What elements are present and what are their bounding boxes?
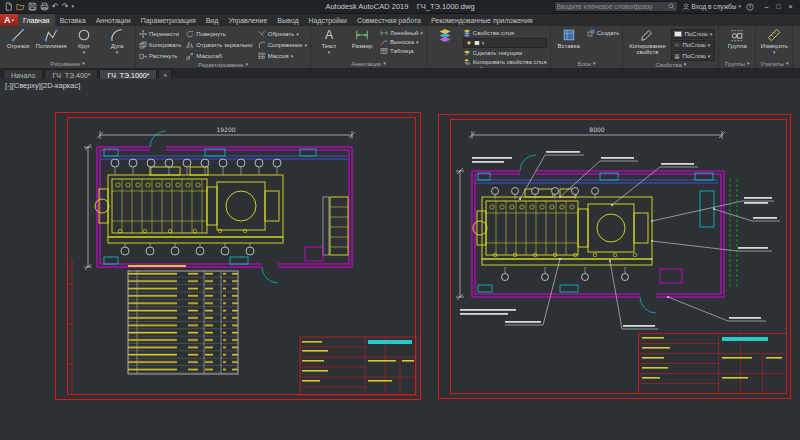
- ribbon-tab-view[interactable]: Вид: [201, 14, 224, 26]
- close-button[interactable]: ×: [785, 2, 796, 12]
- undo-icon[interactable]: ↶: [52, 2, 59, 11]
- help-search[interactable]: [554, 1, 678, 12]
- match-layer-button[interactable]: Копировать свойства слоя: [463, 58, 547, 66]
- chevron-down-icon: ▾: [708, 54, 711, 59]
- dimension-right: [456, 131, 725, 300]
- insert-block-button[interactable]: Вставка: [554, 27, 584, 59]
- polyline-button[interactable]: Полилиния: [36, 27, 66, 59]
- ribbon-tab-parametric[interactable]: Параметризация: [136, 14, 201, 26]
- group-button[interactable]: Группа: [722, 27, 752, 59]
- cable-tray-left: [101, 156, 348, 159]
- array-button[interactable]: Массив ▾: [258, 51, 307, 61]
- layer-properties-button[interactable]: [430, 27, 460, 66]
- panel-annotation-footer[interactable]: Аннотации ▾: [311, 59, 426, 68]
- panel-block: Вставка Создать Блок ▾: [551, 26, 624, 68]
- ribbon-tab-annotate[interactable]: Аннотации: [91, 14, 136, 26]
- leader-button[interactable]: Выноска ▾: [380, 38, 423, 46]
- qat-dropdown-icon[interactable]: ▾: [71, 4, 74, 9]
- help-icon: [746, 3, 754, 11]
- window-controls: – □ ×: [761, 2, 796, 12]
- measure-icon: [767, 28, 781, 42]
- ribbon-tab-home[interactable]: Главная: [18, 14, 55, 26]
- machine-plan-right: [473, 189, 652, 265]
- spec-table-left: [128, 265, 238, 374]
- chevron-down-icon: ▾: [383, 61, 386, 66]
- save-icon[interactable]: [28, 2, 37, 11]
- title-block-right: [639, 334, 787, 394]
- drawing-area[interactable]: [-][Сверху][2D-каркас]: [0, 79, 800, 440]
- ribbon-tab-addins[interactable]: Надстройки: [303, 14, 351, 26]
- panel-modify-footer[interactable]: Редактирование ▾: [136, 61, 310, 68]
- ribbon-tab-manage[interactable]: Управление: [223, 14, 272, 26]
- help-button[interactable]: [745, 2, 755, 12]
- lineweight-control[interactable]: ПоСлою ▾: [671, 51, 715, 61]
- viewport-controls[interactable]: [-][Сверху][2D-каркас]: [5, 81, 80, 90]
- layers-icon: [463, 29, 471, 37]
- panel-utilities-footer[interactable]: Утилиты ▾: [756, 59, 792, 68]
- line-button[interactable]: Отрезок: [3, 27, 33, 59]
- create-block-button[interactable]: Создать: [587, 29, 620, 37]
- open-file-icon[interactable]: [16, 2, 25, 11]
- measure-button[interactable]: Измерить ▾: [759, 27, 789, 59]
- panel-properties-footer[interactable]: Свойства ▾: [623, 61, 718, 68]
- table-button[interactable]: Таблица: [380, 47, 423, 55]
- mirror-button[interactable]: Отразить зеркально: [186, 40, 252, 50]
- help-search-input[interactable]: [557, 3, 666, 10]
- rotate-button[interactable]: Повернуть: [186, 29, 252, 39]
- panel-layers: Свойства слоя ▾ Сделать текущим Копирова…: [427, 26, 551, 68]
- document-title: ГЧ_ТЭ.1000.dwg: [417, 2, 475, 11]
- drawing-viewport[interactable]: 19200: [0, 79, 800, 440]
- lineweight-icon: [674, 53, 680, 59]
- linear-dim-button[interactable]: Линейный ▾: [380, 29, 423, 37]
- scale-button[interactable]: Масштаб: [186, 51, 252, 61]
- layer-properties-row[interactable]: Свойства слоя: [463, 29, 547, 37]
- search-icon[interactable]: [668, 3, 675, 10]
- chevron-down-icon: ▾: [710, 32, 713, 37]
- cable-tray-right: [476, 180, 718, 183]
- cabinet-left: [330, 197, 348, 255]
- fillet-icon: [258, 41, 266, 49]
- ribbon-tab-featured-apps[interactable]: Рекомендованные приложения: [426, 14, 538, 26]
- panel-draw-footer[interactable]: Рисование ▾: [0, 59, 135, 68]
- linetype-control[interactable]: ПоСлою ▾: [671, 40, 715, 50]
- panel-block-footer[interactable]: Блок ▾: [551, 59, 623, 68]
- ribbon-tab-collaborate[interactable]: Совместная работа: [352, 14, 426, 26]
- polyline-icon: [44, 28, 58, 42]
- arc-button[interactable]: Дуга ▾: [102, 27, 132, 59]
- layer-swatch-icon: [474, 40, 480, 46]
- chevron-down-icon: ▾: [116, 50, 119, 55]
- plot-icon[interactable]: [40, 2, 49, 11]
- chevron-down-icon: ▾: [593, 61, 596, 66]
- dimension-button[interactable]: Размер: [347, 27, 377, 59]
- copy-button[interactable]: Копировать: [139, 40, 181, 50]
- move-button[interactable]: Перенести: [139, 29, 181, 39]
- redo-icon[interactable]: ↷: [62, 2, 69, 11]
- insert-block-icon: [562, 28, 576, 42]
- maximize-button[interactable]: □: [773, 2, 784, 12]
- color-control[interactable]: ПоСлою ▾: [671, 29, 715, 39]
- chevron-down-icon: ▾: [291, 54, 294, 59]
- panel-groups-footer[interactable]: Группы ▾: [719, 59, 755, 68]
- panel-utilities: Измерить ▾ Утилиты ▾: [756, 26, 793, 68]
- text-button[interactable]: Текст ▾: [314, 27, 344, 59]
- signin-button[interactable]: Вход в службы ▾: [682, 3, 741, 11]
- new-file-icon[interactable]: [4, 2, 13, 11]
- minimize-button[interactable]: –: [761, 2, 772, 12]
- ribbon-tab-output[interactable]: Вывод: [272, 14, 303, 26]
- circle-button[interactable]: Круг ▾: [69, 27, 99, 59]
- scale-icon: [186, 52, 194, 60]
- chevron-down-icon: ▾: [738, 4, 741, 9]
- stretch-button[interactable]: Растянуть: [139, 51, 181, 61]
- trim-button[interactable]: Обрезать ▾: [258, 29, 307, 39]
- application-menu-button[interactable]: A ▾: [0, 14, 18, 26]
- ribbon-tab-insert[interactable]: Вставка: [55, 14, 91, 26]
- layer-control[interactable]: ▾: [463, 38, 547, 48]
- layer-current-icon: [463, 49, 471, 57]
- autocad-window: ↶ ↷ ▾ Autodesk AutoCAD 2019 ГЧ_ТЭ.1000.d…: [0, 0, 800, 440]
- make-current-button[interactable]: Сделать текущим: [463, 49, 547, 57]
- chevron-down-icon: ▾: [773, 50, 776, 55]
- fillet-button[interactable]: Сопряжение ▾: [258, 40, 307, 50]
- chevron-down-icon: ▾: [305, 43, 308, 48]
- match-properties-button[interactable]: Копирование свойств: [626, 27, 668, 61]
- user-icon: [682, 3, 690, 11]
